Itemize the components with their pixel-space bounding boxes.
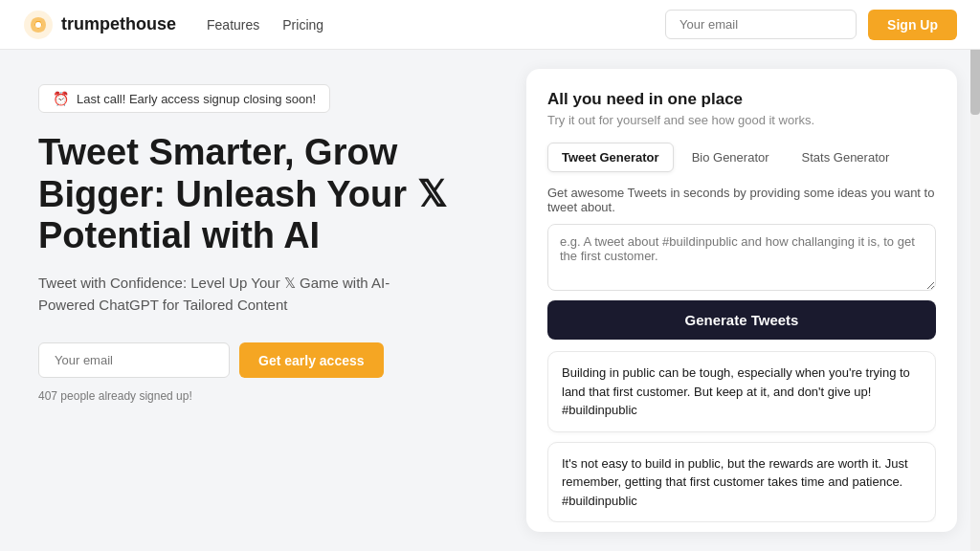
badge-text: Last call! Early access signup closing s… <box>77 92 316 106</box>
badge-icon: ⏰ <box>53 91 69 106</box>
email-row: Get early access <box>38 342 473 378</box>
logo: trumpethouse <box>23 10 176 40</box>
tweet-results: Building in public can be tough, especia… <box>547 351 936 522</box>
nav-signup-button[interactable]: Sign Up <box>868 10 957 40</box>
tabs: Tweet Generator Bio Generator Stats Gene… <box>547 143 936 172</box>
tweet-result-2: It's not easy to build in public, but th… <box>547 442 936 523</box>
svg-point-1 <box>35 22 41 28</box>
scrollbar-thumb[interactable] <box>970 38 980 115</box>
logo-icon <box>23 10 54 40</box>
card-subtitle: Try it out for yourself and see how good… <box>547 113 936 127</box>
main-content: ⏰ Last call! Early access signup closing… <box>0 50 980 551</box>
nav-features[interactable]: Features <box>207 17 259 33</box>
tab-tweet-generator[interactable]: Tweet Generator <box>547 143 674 172</box>
tweet-result-1: Building in public can be tough, especia… <box>547 351 936 432</box>
tab-bio-generator[interactable]: Bio Generator <box>678 143 784 172</box>
nav-pricing[interactable]: Pricing <box>282 17 323 33</box>
signup-count: 407 people already signed up! <box>38 389 473 403</box>
tweet-textarea[interactable] <box>547 224 936 291</box>
x-icon: 𝕏 <box>417 174 447 216</box>
nav-email-input[interactable] <box>665 10 857 39</box>
tab-stats-generator[interactable]: Stats Generator <box>788 143 904 172</box>
navbar: trumpethouse Features Pricing Sign Up <box>0 0 980 50</box>
generate-tweets-button[interactable]: Generate Tweets <box>547 300 936 340</box>
get-early-access-button[interactable]: Get early access <box>239 342 384 378</box>
tab-description: Get awesome Tweets in seconds by providi… <box>547 186 936 214</box>
right-panel: All you need in one place Try it out for… <box>511 50 980 551</box>
hero-title: Tweet Smarter, Grow Bigger: Unleash Your… <box>38 132 473 257</box>
hero-subtitle: Tweet with Confidence: Level Up Your 𝕏 G… <box>38 273 402 316</box>
left-panel: ⏰ Last call! Early access signup closing… <box>0 50 511 551</box>
hero-email-input[interactable] <box>38 342 230 378</box>
scrollbar-track <box>970 0 980 551</box>
card-title: All you need in one place <box>547 90 936 109</box>
navbar-right: Sign Up <box>665 10 957 40</box>
early-access-badge: ⏰ Last call! Early access signup closing… <box>38 84 330 113</box>
nav-links: Features Pricing <box>207 17 665 33</box>
logo-text: trumpethouse <box>61 14 176 34</box>
demo-card: All you need in one place Try it out for… <box>526 69 957 532</box>
